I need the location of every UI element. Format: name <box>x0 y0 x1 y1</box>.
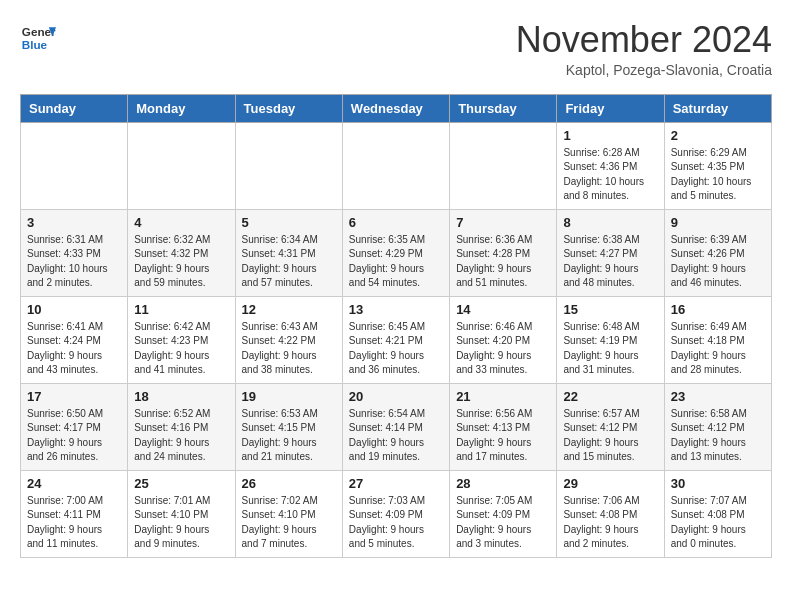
calendar-week-row: 1Sunrise: 6:28 AM Sunset: 4:36 PM Daylig… <box>21 122 772 209</box>
calendar-day-cell: 20Sunrise: 6:54 AM Sunset: 4:14 PM Dayli… <box>342 383 449 470</box>
day-info: Sunrise: 6:29 AM Sunset: 4:35 PM Dayligh… <box>671 146 765 204</box>
day-of-week-header: Saturday <box>664 94 771 122</box>
day-number: 28 <box>456 476 550 491</box>
day-number: 5 <box>242 215 336 230</box>
day-number: 18 <box>134 389 228 404</box>
day-number: 7 <box>456 215 550 230</box>
calendar-day-cell <box>235 122 342 209</box>
calendar-day-cell: 12Sunrise: 6:43 AM Sunset: 4:22 PM Dayli… <box>235 296 342 383</box>
day-number: 29 <box>563 476 657 491</box>
calendar-day-cell: 24Sunrise: 7:00 AM Sunset: 4:11 PM Dayli… <box>21 470 128 557</box>
day-info: Sunrise: 6:31 AM Sunset: 4:33 PM Dayligh… <box>27 233 121 291</box>
day-number: 4 <box>134 215 228 230</box>
day-number: 30 <box>671 476 765 491</box>
day-number: 9 <box>671 215 765 230</box>
day-number: 1 <box>563 128 657 143</box>
calendar-day-cell: 15Sunrise: 6:48 AM Sunset: 4:19 PM Dayli… <box>557 296 664 383</box>
day-info: Sunrise: 6:56 AM Sunset: 4:13 PM Dayligh… <box>456 407 550 465</box>
day-info: Sunrise: 6:54 AM Sunset: 4:14 PM Dayligh… <box>349 407 443 465</box>
day-info: Sunrise: 6:57 AM Sunset: 4:12 PM Dayligh… <box>563 407 657 465</box>
calendar-day-cell: 3Sunrise: 6:31 AM Sunset: 4:33 PM Daylig… <box>21 209 128 296</box>
logo-icon: General Blue <box>20 20 56 56</box>
day-of-week-header: Sunday <box>21 94 128 122</box>
day-number: 24 <box>27 476 121 491</box>
day-number: 20 <box>349 389 443 404</box>
day-info: Sunrise: 7:07 AM Sunset: 4:08 PM Dayligh… <box>671 494 765 552</box>
day-number: 27 <box>349 476 443 491</box>
day-number: 21 <box>456 389 550 404</box>
day-info: Sunrise: 6:36 AM Sunset: 4:28 PM Dayligh… <box>456 233 550 291</box>
day-info: Sunrise: 6:32 AM Sunset: 4:32 PM Dayligh… <box>134 233 228 291</box>
day-number: 11 <box>134 302 228 317</box>
calendar-day-cell: 16Sunrise: 6:49 AM Sunset: 4:18 PM Dayli… <box>664 296 771 383</box>
calendar-day-cell: 21Sunrise: 6:56 AM Sunset: 4:13 PM Dayli… <box>450 383 557 470</box>
calendar-day-cell: 6Sunrise: 6:35 AM Sunset: 4:29 PM Daylig… <box>342 209 449 296</box>
calendar-week-row: 24Sunrise: 7:00 AM Sunset: 4:11 PM Dayli… <box>21 470 772 557</box>
day-number: 19 <box>242 389 336 404</box>
calendar-week-row: 17Sunrise: 6:50 AM Sunset: 4:17 PM Dayli… <box>21 383 772 470</box>
day-of-week-header: Wednesday <box>342 94 449 122</box>
day-info: Sunrise: 7:06 AM Sunset: 4:08 PM Dayligh… <box>563 494 657 552</box>
day-info: Sunrise: 6:39 AM Sunset: 4:26 PM Dayligh… <box>671 233 765 291</box>
calendar-header-row: SundayMondayTuesdayWednesdayThursdayFrid… <box>21 94 772 122</box>
day-number: 25 <box>134 476 228 491</box>
day-info: Sunrise: 6:45 AM Sunset: 4:21 PM Dayligh… <box>349 320 443 378</box>
day-info: Sunrise: 6:42 AM Sunset: 4:23 PM Dayligh… <box>134 320 228 378</box>
calendar-day-cell: 19Sunrise: 6:53 AM Sunset: 4:15 PM Dayli… <box>235 383 342 470</box>
calendar-day-cell: 5Sunrise: 6:34 AM Sunset: 4:31 PM Daylig… <box>235 209 342 296</box>
day-of-week-header: Thursday <box>450 94 557 122</box>
day-info: Sunrise: 6:41 AM Sunset: 4:24 PM Dayligh… <box>27 320 121 378</box>
svg-text:Blue: Blue <box>22 38 48 51</box>
day-number: 26 <box>242 476 336 491</box>
day-info: Sunrise: 6:58 AM Sunset: 4:12 PM Dayligh… <box>671 407 765 465</box>
calendar-day-cell: 10Sunrise: 6:41 AM Sunset: 4:24 PM Dayli… <box>21 296 128 383</box>
day-number: 12 <box>242 302 336 317</box>
header: General Blue November 2024 Kaptol, Pozeg… <box>20 20 772 78</box>
day-info: Sunrise: 6:49 AM Sunset: 4:18 PM Dayligh… <box>671 320 765 378</box>
day-info: Sunrise: 7:02 AM Sunset: 4:10 PM Dayligh… <box>242 494 336 552</box>
day-info: Sunrise: 6:53 AM Sunset: 4:15 PM Dayligh… <box>242 407 336 465</box>
day-info: Sunrise: 6:35 AM Sunset: 4:29 PM Dayligh… <box>349 233 443 291</box>
calendar-day-cell: 14Sunrise: 6:46 AM Sunset: 4:20 PM Dayli… <box>450 296 557 383</box>
location-subtitle: Kaptol, Pozega-Slavonia, Croatia <box>516 62 772 78</box>
day-number: 3 <box>27 215 121 230</box>
calendar-day-cell: 13Sunrise: 6:45 AM Sunset: 4:21 PM Dayli… <box>342 296 449 383</box>
day-number: 13 <box>349 302 443 317</box>
calendar-day-cell <box>128 122 235 209</box>
calendar-day-cell: 18Sunrise: 6:52 AM Sunset: 4:16 PM Dayli… <box>128 383 235 470</box>
day-info: Sunrise: 6:46 AM Sunset: 4:20 PM Dayligh… <box>456 320 550 378</box>
calendar-day-cell: 30Sunrise: 7:07 AM Sunset: 4:08 PM Dayli… <box>664 470 771 557</box>
day-info: Sunrise: 6:48 AM Sunset: 4:19 PM Dayligh… <box>563 320 657 378</box>
calendar-week-row: 10Sunrise: 6:41 AM Sunset: 4:24 PM Dayli… <box>21 296 772 383</box>
day-of-week-header: Friday <box>557 94 664 122</box>
day-of-week-header: Tuesday <box>235 94 342 122</box>
calendar-day-cell: 25Sunrise: 7:01 AM Sunset: 4:10 PM Dayli… <box>128 470 235 557</box>
day-info: Sunrise: 7:00 AM Sunset: 4:11 PM Dayligh… <box>27 494 121 552</box>
day-info: Sunrise: 6:43 AM Sunset: 4:22 PM Dayligh… <box>242 320 336 378</box>
day-of-week-header: Monday <box>128 94 235 122</box>
calendar-day-cell: 29Sunrise: 7:06 AM Sunset: 4:08 PM Dayli… <box>557 470 664 557</box>
calendar-day-cell: 8Sunrise: 6:38 AM Sunset: 4:27 PM Daylig… <box>557 209 664 296</box>
calendar-week-row: 3Sunrise: 6:31 AM Sunset: 4:33 PM Daylig… <box>21 209 772 296</box>
day-info: Sunrise: 6:34 AM Sunset: 4:31 PM Dayligh… <box>242 233 336 291</box>
calendar-day-cell: 9Sunrise: 6:39 AM Sunset: 4:26 PM Daylig… <box>664 209 771 296</box>
logo: General Blue <box>20 20 56 56</box>
day-number: 15 <box>563 302 657 317</box>
calendar-day-cell: 28Sunrise: 7:05 AM Sunset: 4:09 PM Dayli… <box>450 470 557 557</box>
calendar-day-cell: 17Sunrise: 6:50 AM Sunset: 4:17 PM Dayli… <box>21 383 128 470</box>
month-title: November 2024 <box>516 20 772 60</box>
day-number: 16 <box>671 302 765 317</box>
day-info: Sunrise: 6:50 AM Sunset: 4:17 PM Dayligh… <box>27 407 121 465</box>
day-number: 6 <box>349 215 443 230</box>
title-area: November 2024 Kaptol, Pozega-Slavonia, C… <box>516 20 772 78</box>
day-info: Sunrise: 6:52 AM Sunset: 4:16 PM Dayligh… <box>134 407 228 465</box>
day-number: 17 <box>27 389 121 404</box>
day-number: 2 <box>671 128 765 143</box>
day-info: Sunrise: 6:28 AM Sunset: 4:36 PM Dayligh… <box>563 146 657 204</box>
day-info: Sunrise: 7:01 AM Sunset: 4:10 PM Dayligh… <box>134 494 228 552</box>
day-number: 8 <box>563 215 657 230</box>
calendar-day-cell <box>450 122 557 209</box>
calendar-day-cell <box>21 122 128 209</box>
calendar-day-cell: 4Sunrise: 6:32 AM Sunset: 4:32 PM Daylig… <box>128 209 235 296</box>
calendar-day-cell: 26Sunrise: 7:02 AM Sunset: 4:10 PM Dayli… <box>235 470 342 557</box>
